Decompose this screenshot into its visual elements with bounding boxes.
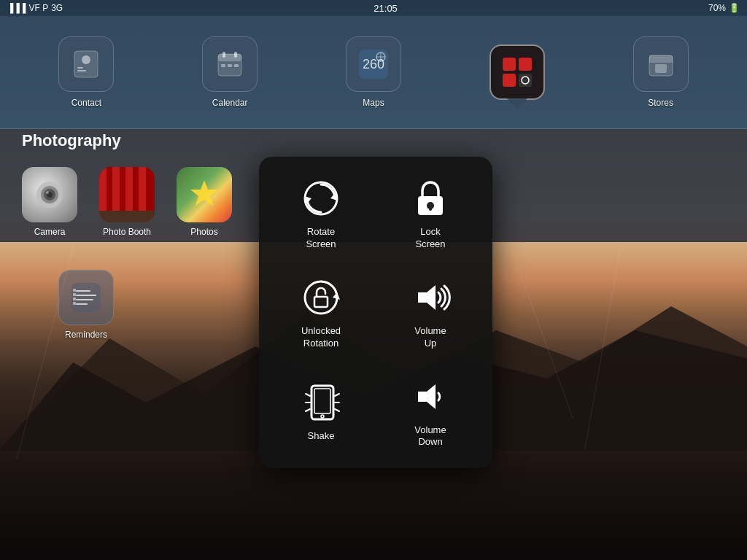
rotate-screen-label: RotateScreen [306,226,336,251]
battery-percentage: 70% [708,3,726,13]
calendar-icon [202,36,258,92]
battery-icon: 🔋 [729,3,740,13]
volume-up-icon [409,276,452,319]
photobooth-app-label: Photo Booth [103,227,151,237]
svg-rect-19 [519,58,532,71]
photo-app-photos[interactable]: Photos [177,167,232,237]
top-app-maps[interactable]: 260 Maps [337,36,410,108]
svg-rect-24 [649,55,673,63]
clock: 21:05 [374,3,398,14]
svg-line-56 [306,409,310,411]
svg-rect-65 [76,303,88,305]
svg-rect-62 [76,290,90,292]
svg-rect-18 [503,58,516,71]
contact-label: Contact [71,98,101,108]
network-type: 3G [51,3,63,13]
svg-rect-66 [73,289,76,292]
svg-rect-7 [218,54,241,61]
menu-item-lock-screen[interactable]: LockScreen [379,168,481,260]
svg-rect-21 [519,74,532,87]
svg-rect-4 [77,67,83,69]
shake-label: Shake [308,430,335,443]
svg-rect-5 [77,70,86,71]
menu-item-unlocked-rotation[interactable]: UnlockedRotation [270,267,372,359]
menu-item-rotate-screen[interactable]: RotateScreen [270,168,372,260]
svg-point-53 [321,415,324,418]
selection-arrow [507,98,527,109]
svg-rect-52 [314,389,330,413]
svg-marker-49 [333,292,340,300]
top-app-photobooth-selected[interactable] [481,44,554,100]
photobooth-app-icon [99,167,155,222]
photos-app-label: Photos [190,227,217,237]
status-right: 70% 🔋 [708,3,740,13]
svg-rect-8 [222,52,225,58]
lock-screen-icon [409,176,452,220]
top-app-contact[interactable]: Contact [50,36,123,108]
svg-rect-40 [99,211,155,222]
menu-item-volume-up[interactable]: VolumeUp [379,267,481,359]
top-app-stores[interactable]: Stores [624,36,697,108]
menu-item-volume-down[interactable]: VolumeDown [379,366,481,458]
reminders-icon [58,270,114,325]
svg-line-57 [335,394,339,396]
context-menu: RotateScreen LockScreen Unlo [259,157,492,468]
top-app-calendar[interactable]: Calendar [193,36,266,108]
photobooth-selected-icon [489,44,545,100]
svg-point-3 [82,55,90,64]
photo-app-camera[interactable]: Camera [22,167,77,237]
status-left: ▐▐▐ VF P 3G [7,3,63,13]
stores-label: Stores [648,98,673,108]
section-title: Photography [22,131,121,150]
menu-item-shake[interactable]: Shake [270,366,372,458]
svg-line-59 [335,409,339,411]
camera-app-label: Camera [34,227,66,237]
contact-icon [58,36,114,92]
rotate-screen-icon [299,176,343,220]
svg-rect-67 [73,293,76,296]
svg-rect-63 [76,295,96,296]
lock-screen-label: LockScreen [415,226,445,251]
svg-marker-50 [418,285,436,310]
svg-line-54 [306,394,310,396]
svg-text:260: 260 [363,57,384,71]
camera-app-icon [22,167,77,222]
reminders-label: Reminders [65,330,107,340]
status-bar: ▐▐▐ VF P 3G 21:05 70% 🔋 [0,0,747,16]
svg-marker-60 [418,384,436,409]
svg-rect-64 [76,299,93,300]
calendar-label: Calendar [212,98,248,108]
maps-label: Maps [363,98,384,108]
svg-rect-46 [429,206,432,211]
photos-app-icon [177,167,232,222]
top-app-bar: Contact Calendar 260 [0,16,747,129]
svg-rect-11 [228,64,232,67]
stores-icon [633,36,689,92]
carrier-label: VF P [29,3,49,13]
svg-rect-69 [73,302,76,305]
svg-rect-12 [234,64,239,67]
svg-rect-48 [314,297,328,307]
signal-bars: ▐▐▐ [7,3,26,13]
svg-rect-68 [73,298,76,300]
svg-rect-10 [221,64,225,67]
volume-up-label: VolumeUp [414,325,446,350]
unlocked-rotation-label: UnlockedRotation [301,325,341,350]
photo-apps-row: Camera Photo B [22,152,232,237]
shake-icon [299,381,343,424]
svg-rect-20 [503,74,516,87]
desktop-app-reminders[interactable]: Reminders [58,270,114,340]
photo-app-photobooth[interactable]: Photo Booth [99,167,155,237]
volume-down-label: VolumeDown [414,424,446,449]
unlocked-rotation-icon [299,276,343,319]
volume-down-icon [409,375,452,419]
svg-rect-25 [655,64,667,73]
svg-rect-9 [234,52,237,58]
svg-rect-61 [71,283,101,312]
maps-icon: 260 [346,36,401,92]
svg-point-30 [46,191,49,194]
